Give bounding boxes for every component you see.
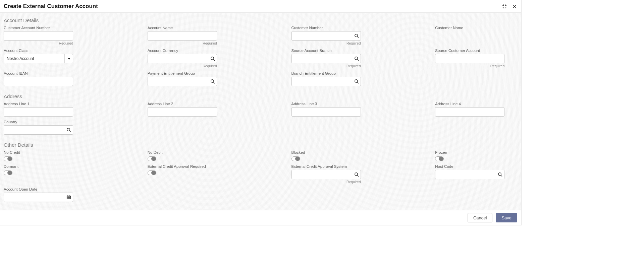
label-blocked: Blocked (291, 150, 374, 154)
label-address-line-3: Address Line 3 (291, 102, 374, 106)
search-icon[interactable] (352, 54, 361, 63)
field-source-customer-account: Source Customer Account Required (435, 49, 518, 68)
frozen-toggle[interactable] (435, 156, 444, 161)
field-dormant: Dormant (4, 164, 87, 184)
customer-number-input[interactable] (291, 31, 361, 41)
branch-entitlement-group-input[interactable] (291, 77, 361, 86)
blocked-toggle[interactable] (291, 156, 300, 161)
label-account-name: Account Name (148, 26, 230, 30)
svg-line-18 (501, 175, 502, 177)
hint-required: Required (435, 64, 504, 68)
account-name-input[interactable] (148, 31, 217, 41)
save-button[interactable]: Save (496, 213, 517, 222)
header-actions (501, 3, 518, 10)
field-blocked: Blocked (291, 150, 374, 161)
country-input[interactable] (4, 125, 73, 135)
chevron-down-icon[interactable] (64, 54, 73, 63)
field-address-line-3: Address Line 3 (291, 102, 374, 117)
calendar-icon[interactable] (64, 193, 73, 202)
field-frozen: Frozen (435, 150, 518, 161)
external-credit-approval-required-toggle[interactable] (148, 170, 156, 175)
external-credit-approval-system-input[interactable] (291, 170, 361, 179)
svg-line-16 (357, 175, 359, 177)
label-no-debit: No Debit (148, 150, 230, 154)
address-line-1-input[interactable] (4, 107, 73, 117)
search-icon[interactable] (352, 170, 361, 179)
svg-line-14 (69, 131, 71, 132)
search-icon[interactable] (64, 125, 73, 135)
section-title-other: Other Details (4, 142, 518, 148)
source-account-branch-input[interactable] (291, 54, 361, 63)
dialog-footer: Cancel Save (0, 210, 521, 225)
create-external-customer-account-dialog: Create External Customer Account Account… (0, 0, 522, 225)
search-icon[interactable] (208, 77, 217, 86)
svg-line-6 (213, 59, 215, 61)
field-account-open-date: Account Open Date (4, 187, 87, 202)
field-address-line-1: Address Line 1 (4, 102, 87, 117)
svg-point-5 (211, 57, 214, 60)
hint-required: Required (291, 41, 361, 45)
account-details-grid: Customer Account Number Required Account… (4, 26, 518, 87)
dialog-content: Account Details Customer Account Number … (0, 13, 521, 210)
hint-required: Required (291, 64, 361, 68)
search-icon[interactable] (496, 170, 504, 179)
no-debit-toggle[interactable] (148, 156, 156, 161)
account-currency-input[interactable] (148, 54, 217, 63)
account-open-date-input[interactable] (4, 193, 73, 202)
field-external-credit-approval-system: External Credit Approval System Required (291, 164, 374, 184)
address-line-3-input[interactable] (291, 107, 361, 117)
label-account-currency: Account Currency (148, 49, 230, 53)
label-customer-name: Customer Name (435, 26, 518, 30)
search-icon[interactable] (352, 77, 361, 86)
field-address-line-4: Address Line 4 (435, 102, 518, 117)
label-dormant: Dormant (4, 164, 87, 168)
field-host-code: Host Code (435, 164, 518, 184)
field-branch-entitlement-group: Branch Entitlement Group (291, 71, 374, 86)
svg-point-9 (211, 80, 214, 82)
section-title-account: Account Details (4, 17, 518, 23)
label-address-line-2: Address Line 2 (148, 102, 230, 106)
source-customer-account-input[interactable] (435, 54, 504, 63)
field-account-currency: Account Currency Required (148, 49, 230, 68)
search-icon[interactable] (208, 54, 217, 63)
svg-point-11 (355, 80, 357, 82)
svg-marker-4 (68, 58, 70, 60)
label-account-iban: Account IBAN (4, 71, 87, 75)
customer-account-number-input[interactable] (4, 31, 73, 41)
field-no-debit: No Debit (148, 150, 230, 161)
address-line-2-input[interactable] (148, 107, 217, 117)
field-external-credit-approval-required: External Credit Approval Required (148, 164, 230, 184)
close-icon[interactable] (511, 3, 518, 10)
collapse-icon[interactable] (501, 3, 508, 10)
cancel-button[interactable]: Cancel (468, 213, 492, 222)
label-address-line-4: Address Line 4 (435, 102, 518, 106)
other-details-grid: No Credit No Debit Blocked Frozen Dorman… (4, 150, 518, 203)
hint-required: Required (4, 41, 73, 45)
dialog-header: Create External Customer Account (0, 0, 521, 13)
dormant-toggle[interactable] (4, 170, 12, 175)
address-grid: Address Line 1 Address Line 2 Address Li… (4, 102, 518, 136)
svg-point-15 (355, 173, 357, 176)
label-external-credit-approval-required: External Credit Approval Required (148, 164, 230, 168)
field-account-name: Account Name Required (148, 26, 230, 45)
label-branch-entitlement-group: Branch Entitlement Group (291, 71, 374, 75)
search-icon[interactable] (352, 31, 361, 41)
svg-line-10 (213, 82, 215, 83)
account-iban-input[interactable] (4, 77, 73, 86)
label-external-credit-approval-system: External Credit Approval System (291, 164, 374, 168)
no-credit-toggle[interactable] (4, 156, 12, 161)
field-payment-entitlement-group: Payment Entitlement Group (148, 71, 230, 86)
svg-point-13 (67, 128, 70, 131)
label-host-code: Host Code (435, 164, 518, 168)
field-customer-account-number: Customer Account Number Required (4, 26, 87, 45)
label-customer-number: Customer Number (291, 26, 374, 30)
account-class-select[interactable]: Nostro Account (4, 54, 73, 63)
label-payment-entitlement-group: Payment Entitlement Group (148, 71, 230, 75)
field-address-line-2: Address Line 2 (148, 102, 230, 117)
host-code-input[interactable] (435, 170, 504, 179)
field-customer-number: Customer Number Required (291, 26, 374, 45)
svg-line-8 (357, 59, 359, 61)
payment-entitlement-group-input[interactable] (148, 77, 217, 86)
address-line-4-input[interactable] (435, 107, 504, 117)
field-account-iban: Account IBAN (4, 71, 87, 86)
